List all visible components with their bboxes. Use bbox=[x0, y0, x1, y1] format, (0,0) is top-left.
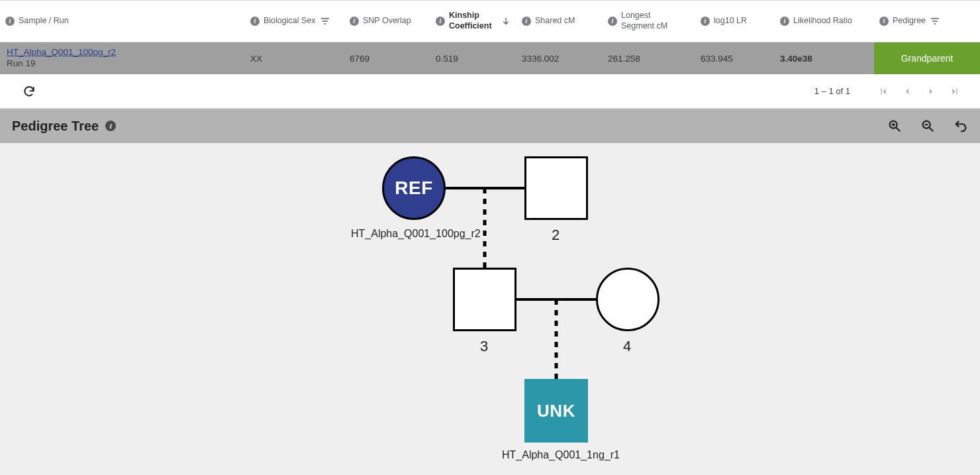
page-first-icon[interactable] bbox=[874, 82, 893, 101]
pedigree-canvas[interactable]: REF HT_Alpha_Q001_100pg_r2 2 3 4 UNK HT_… bbox=[0, 143, 980, 475]
info-icon[interactable]: i bbox=[105, 121, 116, 131]
zoom-in-icon[interactable] bbox=[887, 119, 902, 133]
node-unk[interactable]: UNK bbox=[524, 379, 588, 443]
col-label-sex: Biological Sex bbox=[264, 16, 316, 26]
col-label-kinship: Kinship Coefficient bbox=[449, 11, 497, 31]
sample-link[interactable]: HT_Alpha_Q001_100pg_r2 bbox=[7, 47, 116, 57]
table-row[interactable]: HT_Alpha_Q001_100pg_r2 Run 19 XX 6769 0.… bbox=[0, 42, 980, 74]
page-next-icon[interactable] bbox=[922, 82, 940, 101]
zoom-out-icon[interactable] bbox=[920, 119, 935, 133]
svg-line-1 bbox=[897, 128, 901, 132]
table-header: i Sample / Run i Biological Sex i SNP Ov… bbox=[0, 0, 980, 42]
node-unk-label: HT_Alpha_Q001_1ng_r1 bbox=[502, 449, 620, 461]
cell-shared: 3336.002 bbox=[516, 54, 603, 64]
node-3[interactable] bbox=[453, 268, 516, 331]
col-pedigree[interactable]: i Pedigree bbox=[874, 16, 980, 26]
col-label-longest: Longest Segment cM bbox=[621, 11, 674, 31]
filter-icon[interactable] bbox=[930, 16, 940, 26]
node-4-label: 4 bbox=[623, 338, 631, 355]
node-3-label: 3 bbox=[480, 338, 488, 355]
info-icon: i bbox=[608, 17, 617, 26]
col-kinship[interactable]: i Kinship Coefficient bbox=[430, 11, 516, 31]
col-sample[interactable]: i Sample / Run bbox=[0, 16, 245, 26]
col-label-sample: Sample / Run bbox=[19, 16, 69, 26]
pedigree-section-header: Pedigree Tree i bbox=[0, 109, 980, 143]
node-ref-text: REF bbox=[395, 178, 433, 199]
info-icon: i bbox=[522, 17, 531, 26]
col-label-shared: Shared cM bbox=[535, 16, 575, 26]
info-icon: i bbox=[436, 17, 445, 26]
page-last-icon[interactable] bbox=[946, 82, 964, 101]
info-icon: i bbox=[701, 17, 710, 26]
cell-kinship: 0.519 bbox=[430, 54, 516, 64]
cell-sex: XX bbox=[245, 54, 344, 64]
col-label-snp: SNP Overlap bbox=[363, 16, 411, 26]
cell-sample: HT_Alpha_Q001_100pg_r2 Run 19 bbox=[0, 47, 245, 70]
info-icon: i bbox=[780, 17, 789, 26]
col-log10[interactable]: i log10 LR bbox=[695, 16, 775, 26]
col-label-lr: Likelihood Ratio bbox=[793, 16, 852, 26]
node-4[interactable] bbox=[596, 268, 660, 331]
refresh-icon[interactable] bbox=[23, 85, 36, 98]
node-unk-text: UNK bbox=[537, 401, 575, 421]
cell-longest: 261.258 bbox=[603, 54, 695, 64]
node-2[interactable] bbox=[524, 156, 588, 220]
info-icon: i bbox=[250, 17, 260, 26]
undo-icon[interactable] bbox=[954, 119, 968, 133]
section-tools bbox=[887, 119, 968, 133]
col-sex[interactable]: i Biological Sex bbox=[245, 16, 344, 26]
col-longest[interactable]: i Longest Segment cM bbox=[603, 11, 695, 31]
col-label-pedigree: Pedigree bbox=[893, 16, 926, 26]
col-snp[interactable]: i SNP Overlap bbox=[344, 16, 430, 26]
cell-snp: 6769 bbox=[344, 54, 430, 64]
sample-run: Run 19 bbox=[7, 58, 36, 68]
node-2-label: 2 bbox=[552, 227, 560, 244]
filter-icon[interactable] bbox=[320, 16, 330, 26]
page-prev-icon[interactable] bbox=[898, 82, 916, 101]
pedigree-badge: Grandparent bbox=[874, 42, 980, 74]
svg-line-5 bbox=[930, 128, 934, 132]
col-lr[interactable]: i Likelihood Ratio bbox=[775, 16, 874, 26]
section-title: Pedigree Tree bbox=[12, 119, 99, 134]
cell-log10: 633.945 bbox=[695, 54, 775, 64]
cell-lr: 3.40e38 bbox=[775, 54, 874, 64]
pagination-bar: 1 – 1 of 1 bbox=[0, 74, 980, 109]
arrow-down-icon[interactable] bbox=[501, 16, 511, 26]
pagination-range: 1 – 1 of 1 bbox=[814, 86, 850, 96]
info-icon: i bbox=[5, 17, 15, 26]
col-shared[interactable]: i Shared cM bbox=[516, 16, 603, 26]
node-ref-label: HT_Alpha_Q001_100pg_r2 bbox=[351, 228, 481, 240]
info-icon: i bbox=[879, 17, 889, 26]
node-ref[interactable]: REF bbox=[382, 156, 446, 220]
col-label-log10: log10 LR bbox=[714, 16, 747, 26]
info-icon: i bbox=[350, 17, 359, 26]
